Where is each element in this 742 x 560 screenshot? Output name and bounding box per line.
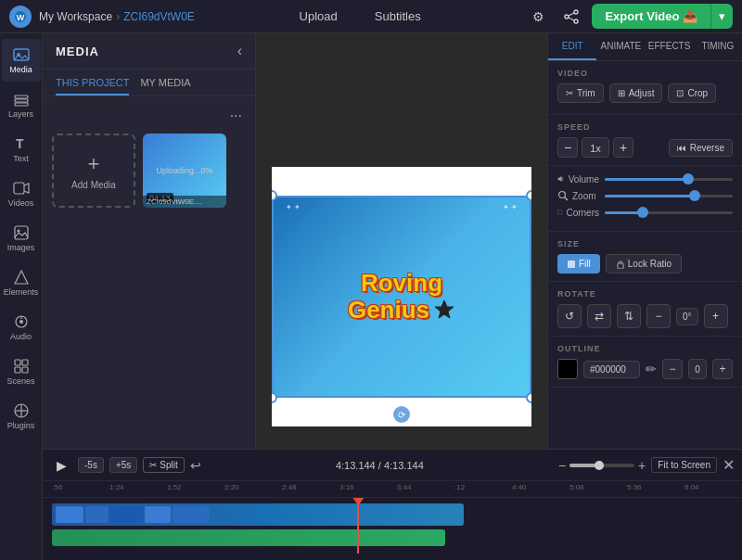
sidebar-item-videos[interactable]: Videos — [2, 172, 41, 215]
outline-edit-button[interactable]: ✏ — [646, 362, 657, 376]
step-fwd-button[interactable]: +5s — [109, 457, 137, 473]
sidebar: Media Layers T Text Videos Images Elemen… — [0, 33, 43, 560]
outline-section-label: OUTLINE — [557, 344, 733, 353]
speed-minus-button[interactable]: − — [557, 137, 578, 158]
outline-plus-button[interactable]: + — [712, 359, 733, 379]
step-back-button[interactable]: -5s — [78, 457, 104, 473]
lock-icon — [616, 260, 625, 269]
sidebar-item-layers[interactable]: Layers — [2, 83, 41, 126]
sidebar-item-media[interactable]: Media — [2, 39, 41, 82]
split-button[interactable]: ✂ Split — [143, 457, 184, 473]
fill-icon — [567, 260, 576, 269]
sidebar-label-videos: Videos — [8, 198, 33, 208]
media-item-uploading[interactable]: Uploading...0% 04:13 ZCI69dVtW0E.... — [143, 134, 226, 208]
ruler-mark-0: :56 — [52, 483, 109, 497]
sidebar-item-audio[interactable]: Audio — [2, 306, 41, 349]
timeline-tracks[interactable] — [43, 498, 742, 554]
export-video-button[interactable]: Export Video 📤 — [592, 4, 710, 29]
media-tab-my-media[interactable]: MY MEDIA — [140, 77, 190, 95]
canvas-frame[interactable]: Roving Genius ✦ ✦ ✦ ✦ ⟳ — [272, 167, 531, 426]
media-more-button[interactable]: ··· — [52, 106, 246, 126]
sidebar-label-images: Images — [7, 243, 35, 252]
svg-marker-28 — [558, 176, 562, 182]
media-tab-project[interactable]: THIS PROJECT — [56, 77, 129, 95]
share-icon[interactable] — [558, 4, 584, 30]
volume-slider[interactable] — [605, 178, 733, 181]
zoom-slider[interactable] — [605, 195, 733, 197]
outline-minus-button[interactable]: − — [662, 359, 683, 379]
tab-effects[interactable]: EFFECTS — [646, 33, 694, 60]
add-media-button[interactable]: + Add Media — [52, 134, 135, 208]
media-filename: ZCI69dVtW0E.... — [143, 196, 226, 208]
outline-hex-value: #000000 — [583, 361, 640, 378]
play-button[interactable]: ▶ — [50, 454, 72, 477]
zoom-track[interactable] — [569, 464, 634, 467]
tab-timing[interactable]: TIMING — [694, 33, 742, 60]
lock-ratio-button[interactable]: Lock Ratio — [606, 254, 682, 274]
sidebar-item-elements[interactable]: Elements — [2, 261, 41, 304]
media-panel-close-button[interactable]: ‹ — [237, 43, 242, 59]
speed-section-label: SPEED — [557, 122, 733, 132]
handle-bottom-right[interactable] — [526, 392, 531, 403]
outline-color-swatch[interactable] — [557, 359, 578, 379]
timeline-clip-secondary[interactable] — [52, 529, 445, 546]
svg-point-15 — [17, 230, 19, 233]
svg-point-4 — [574, 19, 578, 23]
svg-rect-23 — [22, 367, 28, 373]
outline-value: 0 — [688, 359, 707, 379]
svg-rect-11 — [15, 103, 28, 106]
tab-edit[interactable]: EDIT — [548, 33, 596, 60]
topbar: W My Workspace › ZCI69dVtW0E Upload Subt… — [0, 0, 742, 33]
svg-rect-13 — [14, 183, 24, 194]
sidebar-label-elements: Elements — [4, 287, 39, 297]
sidebar-label-layers: Layers — [8, 109, 33, 119]
sidebar-item-scenes[interactable]: Scenes — [2, 350, 41, 393]
zoom-in-button[interactable]: + — [638, 458, 646, 473]
media-panel-header: MEDIA ‹ — [43, 33, 255, 70]
trim-icon: ✂ — [566, 88, 573, 98]
export-dropdown-button[interactable]: ▾ — [710, 4, 733, 29]
timeline-controls: ▶ -5s +5s ✂ Split ↩ 4:13.144 / 4:13.144 … — [43, 450, 742, 481]
timeline-close-button[interactable]: ✕ — [723, 456, 735, 474]
crop-button[interactable]: ⊡ Crop — [668, 83, 716, 103]
settings-icon[interactable]: ⚙ — [525, 4, 551, 30]
rotate-plus-button[interactable]: + — [704, 304, 728, 328]
corners-slider[interactable] — [605, 211, 733, 214]
sidebar-item-text[interactable]: T Text — [2, 128, 41, 171]
project-link[interactable]: ZCI69dVtW0E — [123, 10, 195, 23]
reverse-button[interactable]: ⏮ Reverse — [669, 139, 733, 157]
media-items-row: + Add Media Uploading...0% 04:13 ZCI69dV… — [52, 134, 246, 208]
subtitles-button[interactable]: Subtitles — [365, 6, 430, 27]
sidebar-item-images[interactable]: Images — [2, 217, 41, 260]
trim-button[interactable]: ✂ Trim — [557, 83, 604, 103]
breadcrumb: My Workspace › ZCI69dVtW0E — [39, 10, 195, 23]
svg-text:W: W — [17, 13, 25, 22]
reverse-icon: ⏮ — [677, 143, 686, 153]
ruler-mark-11: 6:04 — [684, 483, 742, 497]
fit-to-screen-button[interactable]: Fit to Screen — [651, 457, 717, 473]
svg-rect-14 — [15, 226, 28, 239]
tab-animate[interactable]: ANIMATE — [596, 33, 645, 60]
svg-rect-31 — [568, 261, 575, 268]
flip-h-button[interactable]: ⇄ — [587, 304, 611, 328]
canvas-rotate-icon[interactable]: ⟳ — [393, 406, 410, 423]
svg-line-6 — [569, 18, 574, 20]
zoom-out-button[interactable]: − — [558, 458, 566, 473]
ruler-mark-10: 5:36 — [627, 483, 684, 497]
adjust-button[interactable]: ⊞ Adjust — [609, 83, 663, 103]
rotate-ccw-button[interactable]: ↺ — [557, 304, 582, 328]
handle-top-right[interactable] — [526, 190, 531, 201]
svg-point-29 — [559, 192, 566, 198]
flip-v-button[interactable]: ⇅ — [617, 304, 641, 328]
fill-button[interactable]: Fill — [557, 254, 600, 274]
ruler-mark-6: 3:44 — [397, 483, 454, 497]
timeline-clip-main[interactable] — [52, 503, 464, 526]
sidebar-item-plugins[interactable]: Plugins — [2, 395, 41, 438]
undo-button[interactable]: ↩ — [190, 458, 201, 473]
rotate-180-button[interactable]: − — [646, 304, 671, 328]
upload-button[interactable]: Upload — [290, 6, 347, 27]
topbar-right: ⚙ Export Video 📤 ▾ — [525, 4, 733, 30]
speed-plus-button[interactable]: + — [613, 137, 633, 158]
canvas-wrapper: Roving Genius ✦ ✦ ✦ ✦ ⟳ — [272, 167, 531, 426]
workspace-link[interactable]: My Workspace — [39, 10, 112, 23]
